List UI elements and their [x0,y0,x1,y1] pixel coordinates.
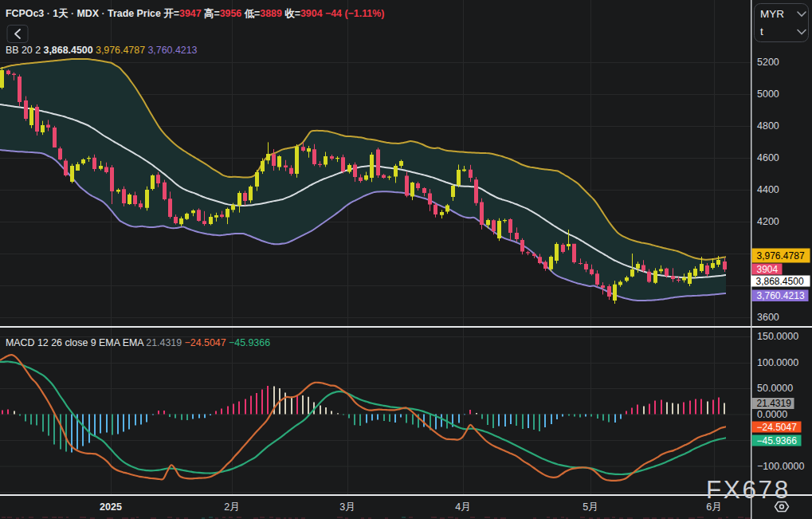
svg-text:4800: 4800 [757,120,779,132]
svg-text:4600: 4600 [757,152,779,163]
svg-text:3月: 3月 [339,501,355,513]
svg-text:4200: 4200 [757,216,779,227]
svg-text:FCPOc3 · 1天 · MDX · Trade Pric: FCPOc3 · 1天 · MDX · Trade Price 开=3947 高… [6,8,384,19]
svg-text:3,760.4213: 3,760.4213 [757,290,805,301]
svg-text:21.4319: 21.4319 [757,398,792,409]
svg-text:4月: 4月 [455,501,470,513]
svg-text:3600: 3600 [757,312,779,323]
svg-text:3,868.4500: 3,868.4500 [756,276,804,287]
svg-text:t: t [760,26,763,37]
svg-text:MACD 12 26 close 9 EMA EMA 21: MACD 12 26 close 9 EMA EMA 21.4319 −24.5… [6,337,270,348]
svg-text:5000: 5000 [757,88,779,100]
svg-text:BB 20 2 3,868.4500 3,976.4787: BB 20 2 3,868.4500 3,976.4787 3,760.4213 [6,45,198,56]
svg-text:FX678: FX678 [706,475,790,504]
svg-text:−45.9366: −45.9366 [757,435,798,446]
svg-text:2月: 2月 [224,501,239,513]
svg-text:MYR: MYR [760,8,784,20]
svg-text:150.0000: 150.0000 [757,331,798,342]
svg-text:5200: 5200 [757,57,779,68]
svg-text:3,976.4787: 3,976.4787 [757,250,805,261]
svg-text:50.0000: 50.0000 [757,383,793,394]
svg-text:3904: 3904 [757,264,779,275]
svg-text:−100.0000: −100.0000 [757,461,804,472]
svg-text:4400: 4400 [757,184,779,195]
svg-text:2025: 2025 [100,501,122,513]
svg-text:5月: 5月 [583,501,598,513]
svg-text:0.0000: 0.0000 [757,409,787,420]
svg-text:100.0000: 100.0000 [757,357,798,368]
svg-text:−24.5047: −24.5047 [757,422,798,433]
